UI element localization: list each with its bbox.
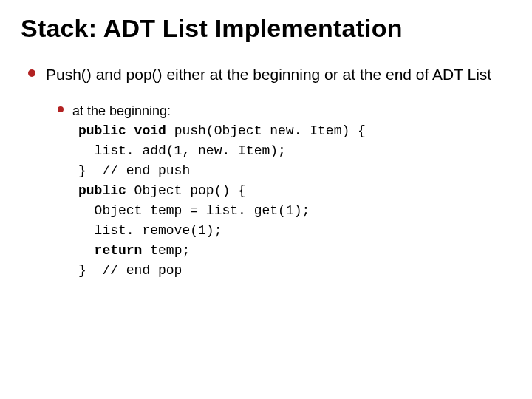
bullet-level1: Push() and pop() either at the beginning… [28, 64, 511, 85]
bullet-dot-icon [28, 69, 35, 77]
code-text: list. remove(1); [78, 223, 222, 238]
bullet-level2-body: at the beginning: public void push(Objec… [72, 101, 366, 281]
code-keyword: return [95, 243, 143, 258]
code-text: Object temp = list. get(1); [78, 203, 310, 218]
slide-title: Stack: ADT List Implementation [21, 13, 511, 44]
code-text [78, 243, 95, 258]
code-text: push(Object new. Item) { [166, 123, 366, 138]
code-keyword: public void [78, 123, 166, 138]
code-block: public void push(Object new. Item) { lis… [78, 121, 366, 281]
code-text: list. add(1, new. Item); [78, 143, 286, 158]
code-text: Object pop() { [126, 183, 246, 198]
bullet-dot-icon [58, 106, 64, 112]
bullet-level1-text: Push() and pop() either at the beginning… [46, 64, 491, 85]
code-text: } // end pop [78, 263, 182, 278]
code-text: temp; [142, 243, 190, 258]
sub-bullet-intro: at the beginning: [72, 101, 366, 121]
code-text: } // end push [78, 163, 190, 178]
bullet-level2: at the beginning: public void push(Objec… [58, 101, 511, 281]
code-keyword: public [78, 183, 126, 198]
